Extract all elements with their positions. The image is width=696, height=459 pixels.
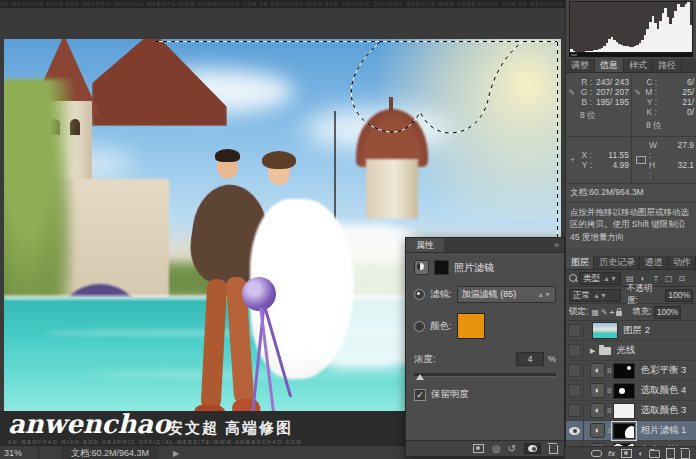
mask-link-icon[interactable]: 8 xyxy=(607,426,611,435)
info-y-value: 4.99 xyxy=(595,160,629,170)
clip-to-layer-icon[interactable] xyxy=(473,444,484,453)
layer-mask-thumbnail[interactable] xyxy=(613,383,635,399)
info-y-label: Y : xyxy=(582,160,592,170)
layer-row[interactable]: ◐ 8 选取颜色 3 xyxy=(566,401,696,421)
toggle-visibility-button[interactable] xyxy=(524,443,541,454)
visibility-toggle[interactable] xyxy=(566,401,584,420)
density-slider[interactable] xyxy=(414,372,556,380)
add-mask-icon[interactable] xyxy=(621,449,632,458)
info-k-value: 0/ xyxy=(660,107,694,117)
delete-layer-icon[interactable] xyxy=(681,450,690,459)
layer-filter-kind-select[interactable]: 类型▲▼ xyxy=(579,272,621,285)
info-bits-right[interactable]: 8 位 xyxy=(636,117,694,134)
lock-transparency-icon[interactable]: ▦ xyxy=(591,308,599,317)
delete-adjustment-icon[interactable] xyxy=(549,445,558,454)
filter-type-layers-icon[interactable]: T xyxy=(651,274,661,283)
slider-thumb[interactable] xyxy=(416,374,424,380)
color-label: 颜色: xyxy=(430,320,452,333)
layer-row-selected[interactable]: ◐ 8 相片滤镜 1 xyxy=(566,421,696,441)
layer-mask-thumbnail[interactable] xyxy=(613,403,635,419)
fill-field[interactable]: 100% xyxy=(654,306,682,319)
empty-visibility-box xyxy=(568,344,581,357)
filter-option-row: 滤镜: 加温滤镜 (85)▲▼ xyxy=(406,281,564,308)
collapse-panel-icon[interactable]: » xyxy=(554,240,559,250)
info-document-size: 文档:60.2M/964.3M xyxy=(566,183,696,202)
watermark-strip: AN WENCHAO HIGH-END GRAPHIC OFFICIAL WEB… xyxy=(0,0,565,8)
info-panel-tabs: 调整 信息 样式 路径 xyxy=(566,59,696,73)
density-field[interactable]: 4 xyxy=(516,352,544,366)
info-y-value: 21/ xyxy=(660,97,694,107)
info-b-value: 195/ 195 xyxy=(595,97,629,107)
visibility-toggle[interactable] xyxy=(566,361,584,380)
new-layer-icon[interactable] xyxy=(666,448,675,459)
color-option-row: 颜色: xyxy=(406,308,564,344)
opacity-field[interactable]: 100% xyxy=(665,289,693,302)
mask-link-icon[interactable]: 8 xyxy=(607,366,611,375)
eyedropper-icon: ✎ xyxy=(568,87,575,96)
lock-position-icon[interactable]: + xyxy=(610,308,615,317)
link-layers-icon[interactable] xyxy=(591,450,602,457)
tab-info[interactable]: 信息 xyxy=(595,59,624,72)
adjustment-title: 照片滤镜 xyxy=(454,261,494,275)
info-panel-body: ✎ R :243/ 243 G :207/ 207 B :195/ 195 8 … xyxy=(566,73,696,248)
color-radio[interactable] xyxy=(414,321,425,332)
filter-adjustment-layers-icon[interactable]: ◐ xyxy=(638,274,648,283)
layer-row[interactable]: 图层 2 xyxy=(566,321,696,341)
layer-style-icon[interactable]: fx xyxy=(608,449,615,458)
info-bits-left[interactable]: 8 位 xyxy=(570,107,629,124)
lock-pixels-icon[interactable]: ✎ xyxy=(601,308,608,317)
reset-adjustment-icon[interactable]: ↺ xyxy=(508,443,516,454)
view-previous-state-icon[interactable]: ◎ xyxy=(492,443,500,454)
info-c-label: C : xyxy=(646,77,657,87)
visibility-toggle[interactable] xyxy=(566,341,584,360)
status-expand-arrow[interactable]: ▶ xyxy=(173,449,179,458)
adjustment-layer-icon: ◐ xyxy=(590,403,605,418)
blend-mode-select[interactable]: 正常▲▼ xyxy=(569,289,621,302)
layer-name: 色彩平衡 3 xyxy=(640,364,686,377)
tab-paths[interactable]: 路径 xyxy=(653,59,682,72)
layer-row[interactable]: ◐ 8 色彩平衡 3 xyxy=(566,361,696,381)
tab-layers[interactable]: 图层 xyxy=(566,256,594,269)
layer-thumbnail[interactable] xyxy=(592,322,618,339)
tab-properties[interactable]: 属性 xyxy=(406,238,444,252)
mask-link-icon[interactable]: 8 xyxy=(607,406,611,415)
mask-link-icon[interactable]: 8 xyxy=(607,386,611,395)
density-value: 4 xyxy=(527,354,532,364)
new-group-icon[interactable] xyxy=(649,450,660,458)
tab-history[interactable]: 历史记录 xyxy=(594,256,639,269)
color-swatch[interactable] xyxy=(457,313,485,339)
document-size-status[interactable]: 文档:60.2M/964.3M xyxy=(61,446,159,459)
watermark-script-text: anwenchao xyxy=(8,411,171,439)
layer-name: 图层 2 xyxy=(623,324,650,337)
layer-mask-thumbnail[interactable] xyxy=(613,423,635,439)
filter-pixel-layers-icon[interactable]: ▤ xyxy=(625,274,635,283)
info-w-value: 27.9 xyxy=(660,140,694,160)
layer-mask-thumbnail[interactable] xyxy=(613,363,635,379)
info-cursor-position: + X :11.55 Y :4.99 xyxy=(566,137,631,183)
visibility-toggle[interactable] xyxy=(566,421,584,440)
visibility-toggle[interactable] xyxy=(566,321,584,340)
visibility-toggle[interactable] xyxy=(566,381,584,400)
mask-badge-icon[interactable] xyxy=(434,260,449,275)
tab-channels[interactable]: 通道 xyxy=(640,256,668,269)
info-x-value: 11.55 xyxy=(595,150,629,160)
tab-actions[interactable]: 动作 xyxy=(668,256,696,269)
tab-styles[interactable]: 样式 xyxy=(624,59,653,72)
histogram-refresh-icon[interactable]: ⚠ xyxy=(682,2,690,12)
group-expand-caret[interactable]: ▶ xyxy=(590,347,595,355)
info-b-label: B : xyxy=(582,97,592,107)
layer-row[interactable]: ◐ 8 选取颜色 4 xyxy=(566,381,696,401)
new-adjustment-layer-icon[interactable]: ◐ xyxy=(638,449,643,458)
filter-smart-objects-icon[interactable]: ⊡ xyxy=(677,274,687,283)
filter-shape-layers-icon[interactable]: ▢ xyxy=(664,274,674,283)
info-rgb-readout: ✎ R :243/ 243 G :207/ 207 B :195/ 195 8 … xyxy=(566,75,631,136)
filter-select[interactable]: 加温滤镜 (85)▲▼ xyxy=(457,286,556,303)
zoom-level-field[interactable]: 31% xyxy=(0,446,39,459)
layer-group-row[interactable]: ▶ 光线 xyxy=(566,341,696,361)
preserve-luminosity-checkbox[interactable]: ✓ xyxy=(414,389,426,401)
histogram-bar xyxy=(690,25,693,52)
tab-adjustments[interactable]: 调整 xyxy=(566,59,595,72)
filter-radio[interactable] xyxy=(414,289,425,300)
info-cmyk-readout: ✎ C :6/ M :25/ Y :21/ K :0/ 8 位 xyxy=(631,75,696,136)
lock-all-icon[interactable] xyxy=(616,311,622,316)
